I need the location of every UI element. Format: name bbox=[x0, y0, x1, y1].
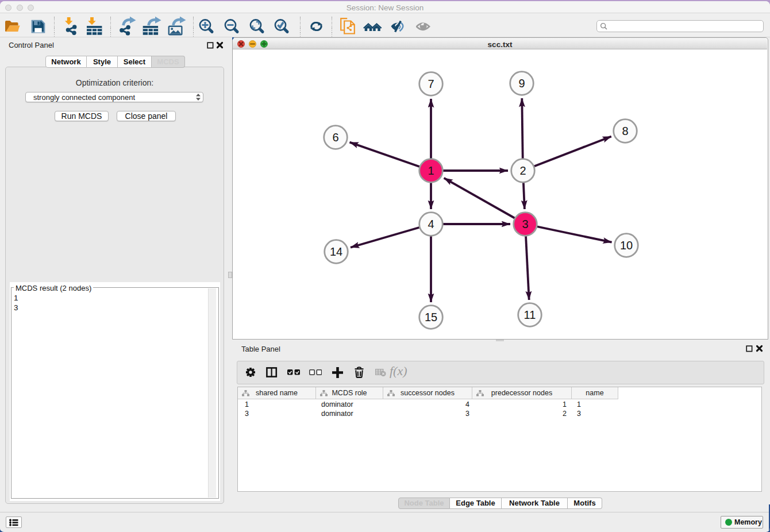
svg-text:4: 4 bbox=[428, 218, 434, 230]
svg-text:6: 6 bbox=[332, 131, 338, 144]
svg-text:8: 8 bbox=[622, 125, 628, 137]
svg-text:10: 10 bbox=[620, 239, 633, 252]
svg-text:15: 15 bbox=[425, 311, 437, 323]
svg-text:11: 11 bbox=[524, 309, 536, 321]
svg-text:3: 3 bbox=[522, 218, 528, 230]
svg-text:14: 14 bbox=[330, 245, 342, 258]
svg-text:7: 7 bbox=[428, 78, 434, 90]
svg-text:2: 2 bbox=[519, 164, 526, 177]
svg-text:1: 1 bbox=[428, 164, 434, 177]
svg-text:9: 9 bbox=[518, 77, 525, 90]
